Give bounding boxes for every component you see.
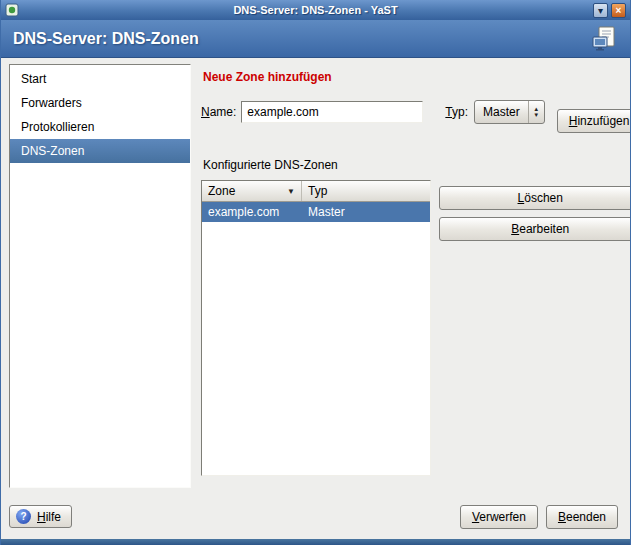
sidebar-item-forwarders[interactable]: Forwarders: [10, 91, 190, 115]
zone-action-buttons: Löschen Bearbeiten: [439, 186, 630, 241]
yast-window: DNS-Server: DNS-Zonen - YaST ▾ × DNS-Ser…: [0, 0, 631, 545]
yast-window-icon: [5, 3, 19, 17]
zone-type-combobox[interactable]: Master ▲ ▼: [474, 100, 545, 124]
configured-zones-title: Konfigurierte DNS-Zonen: [203, 158, 630, 172]
column-header-zone[interactable]: Zone ▼: [202, 181, 302, 201]
table-row[interactable]: example.com Master: [202, 202, 430, 222]
new-zone-form-row: Name: Typ: Master ▲ ▼ Hinzufügen: [201, 100, 630, 124]
combo-spinner[interactable]: ▲ ▼: [528, 101, 544, 123]
dns-document-icon: [590, 25, 618, 53]
delete-zone-button[interactable]: Löschen: [439, 186, 630, 210]
body-area: Start Forwarders Protokollieren DNS-Zone…: [1, 58, 630, 496]
chevron-down-icon: ▼: [533, 113, 539, 118]
help-icon: ?: [16, 509, 31, 524]
sidebar-item-dns-zonen[interactable]: DNS-Zonen: [10, 139, 190, 163]
zone-name-label: Name:: [201, 105, 236, 119]
main-content: Neue Zone hinzufügen Name: Typ: Master ▲…: [201, 64, 630, 488]
configured-zones-row: Zone ▼ Typ example.com Master Löschen: [201, 180, 630, 476]
sidebar: Start Forwarders Protokollieren DNS-Zone…: [9, 64, 191, 488]
zone-name-input[interactable]: [241, 101, 423, 123]
page-title: DNS-Server: DNS-Zonen: [13, 30, 199, 48]
discard-button[interactable]: Verwerfen: [460, 505, 538, 529]
zones-table-header: Zone ▼ Typ: [202, 181, 430, 202]
footer: ? Hilfe Verwerfen Beenden: [1, 496, 630, 539]
add-zone-button[interactable]: Hinzufügen: [557, 109, 630, 133]
edit-zone-button[interactable]: Bearbeiten: [439, 217, 630, 241]
sort-dropdown-icon[interactable]: ▼: [287, 187, 295, 196]
cell-zone: example.com: [202, 205, 302, 219]
zones-table: Zone ▼ Typ example.com Master: [201, 180, 431, 476]
window-bottom-frame: [1, 539, 630, 545]
sidebar-item-protokollieren[interactable]: Protokollieren: [10, 115, 190, 139]
page-header: DNS-Server: DNS-Zonen: [1, 20, 630, 58]
close-button[interactable]: ×: [611, 3, 626, 18]
finish-button[interactable]: Beenden: [546, 505, 618, 529]
zone-type-label: Typ:: [445, 105, 468, 119]
new-zone-section-title: Neue Zone hinzufügen: [203, 70, 630, 84]
help-button[interactable]: ? Hilfe: [9, 505, 72, 528]
minimize-icon: ▾: [598, 5, 603, 16]
cell-typ: Master: [302, 205, 430, 219]
sidebar-item-start[interactable]: Start: [10, 67, 190, 91]
window-title: DNS-Server: DNS-Zonen - YaST: [1, 4, 630, 16]
column-header-typ[interactable]: Typ: [302, 181, 430, 201]
close-icon: ×: [616, 5, 622, 16]
minimize-button[interactable]: ▾: [593, 3, 608, 18]
chevron-up-icon: ▲: [533, 107, 539, 112]
zone-type-value: Master: [475, 101, 528, 123]
titlebar[interactable]: DNS-Server: DNS-Zonen - YaST ▾ ×: [1, 0, 630, 20]
